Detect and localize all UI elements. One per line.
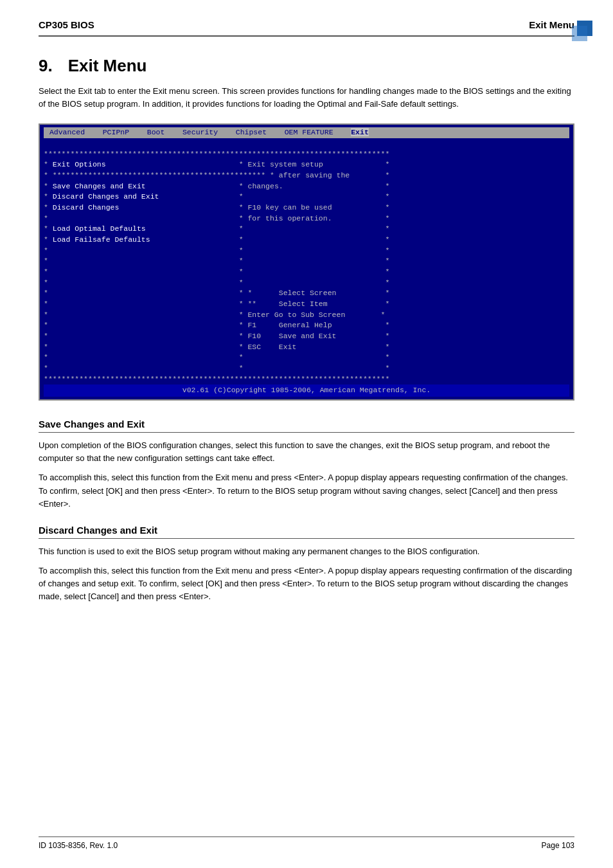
sections-container: Save Changes and Exit Upon completion of… (39, 419, 574, 603)
section-para-discard-2: To accomplish this, select this function… (39, 565, 574, 603)
svg-rect-1 (572, 26, 587, 41)
chapter-title: Exit Menu (68, 56, 147, 76)
section-heading-save: Save Changes and Exit (39, 419, 574, 433)
chapter-number: 9. (39, 56, 53, 76)
section-discard-changes-exit: Discard Changes and Exit This function i… (39, 525, 574, 604)
chapter-heading: 9. Exit Menu (39, 56, 574, 76)
footer-id: ID 1035-8356, Rev. 1.0 (39, 841, 118, 850)
section-para-save-2: To accomplish this, select this function… (39, 471, 574, 510)
bios-header-row: Advanced PCIPnP Boot Security Chipset OE… (44, 127, 569, 138)
page-footer: ID 1035-8356, Rev. 1.0 Page 103 (39, 836, 574, 850)
section-para-save-1: Upon completion of the BIOS configuratio… (39, 439, 574, 465)
section-heading-discard: Discard Changes and Exit (39, 525, 574, 539)
section-save-changes-exit: Save Changes and Exit Upon completion of… (39, 419, 574, 511)
bios-footer-row: v02.61 (C)Copyright 1985-2006, American … (44, 384, 569, 397)
header-right: Exit Menu (529, 19, 574, 30)
section-para-discard-1: This function is used to exit the BIOS s… (39, 545, 574, 558)
corner-decoration (571, 19, 594, 42)
bios-screen: Advanced PCIPnP Boot Security Chipset OE… (39, 123, 574, 401)
header-left: CP305 BIOS (39, 19, 94, 30)
footer-page: Page 103 (542, 841, 574, 850)
page-header: CP305 BIOS Exit Menu (39, 19, 574, 37)
intro-text: Select the Exit tab to enter the Exit me… (39, 85, 574, 111)
